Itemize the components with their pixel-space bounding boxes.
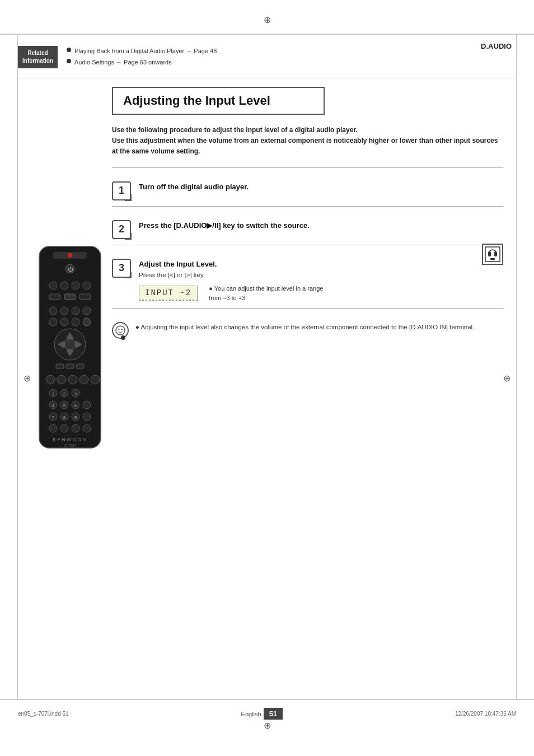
svg-point-28	[64, 339, 76, 350]
note-text: ● Adjusting the input level also changes…	[135, 322, 474, 332]
svg-text:6: 6	[74, 403, 77, 408]
svg-point-20	[60, 318, 68, 326]
svg-point-46	[83, 401, 91, 409]
svg-text:9: 9	[74, 415, 77, 420]
svg-text:⏻: ⏻	[68, 267, 73, 272]
svg-point-2	[121, 329, 122, 330]
svg-rect-29	[56, 364, 64, 368]
svg-rect-66	[490, 258, 495, 260]
page-border-right	[516, 34, 517, 700]
step-2-number-wrap: 2	[112, 220, 131, 239]
step-3-title: Adjust the Input Level.	[139, 259, 323, 270]
svg-text:8: 8	[63, 415, 66, 420]
step-1-container: 1 Turn off the digital audio player.	[112, 176, 503, 207]
related-info-box: Related Information	[18, 46, 58, 68]
svg-point-11	[83, 282, 91, 290]
footer-page-number: 51	[264, 708, 283, 720]
step-1-title: Turn off the digital audio player.	[139, 181, 249, 193]
svg-text:7: 7	[52, 415, 55, 420]
svg-point-35	[79, 375, 88, 384]
step-2-container: 2 Press the [D.AUDIO▶/II] key to switch …	[112, 214, 503, 245]
footer-area: en05_c-707i.indd 51 English 51 12/26/200…	[18, 708, 516, 720]
related-label-line1: Related	[27, 50, 48, 56]
step-1-badge: 1	[112, 181, 131, 200]
step-2-number: 2	[119, 223, 124, 235]
step-3-number-wrap: 3	[112, 259, 131, 278]
svg-rect-13	[64, 294, 76, 300]
svg-point-34	[68, 375, 77, 384]
crosshair-bottom-icon: ⊕	[261, 720, 273, 731]
page-border-bottom	[0, 699, 534, 700]
lcd-note-line1: ● You can adjust the input level in a ra…	[209, 284, 323, 293]
svg-text:C-707i: C-707i	[64, 444, 76, 447]
svg-point-60	[83, 424, 91, 432]
page-title: Adjusting the Input Level	[123, 94, 313, 108]
svg-point-10	[72, 282, 79, 290]
lcd-note-line2: from –3 to +3.	[209, 293, 323, 303]
related-link-item: Playing Back from a Digital Audio Player…	[67, 46, 217, 57]
svg-point-16	[60, 307, 68, 315]
footer-filename: en05_c-707i.indd 51	[18, 711, 69, 717]
input-display-area: INPUT -2 ● You can adjust the input leve…	[139, 284, 323, 302]
svg-point-0	[116, 326, 125, 335]
title-box: Adjusting the Input Level	[112, 87, 325, 115]
step-2-badge: 2	[112, 220, 131, 239]
intro-line2: Use this adjustment when the volume from…	[112, 136, 503, 157]
svg-point-21	[72, 318, 79, 326]
step-3-container: 3 Adjust the Input Level. Press the [<] …	[112, 253, 503, 309]
svg-text:KENWOOD: KENWOOD	[53, 437, 87, 442]
svg-rect-31	[76, 364, 84, 368]
svg-rect-64	[488, 251, 491, 256]
lcd-note: ● You can adjust the input level in a ra…	[209, 284, 323, 302]
svg-text:2: 2	[63, 391, 66, 396]
note-icon	[112, 322, 129, 339]
related-link-item: Audio Settings → Page 63 onwards	[67, 57, 217, 68]
related-label-line2: Information	[22, 58, 53, 64]
svg-text:5: 5	[63, 403, 66, 408]
svg-point-58	[60, 424, 68, 432]
headphone-icon-area	[482, 244, 503, 265]
remote-control-svg: ⏻	[31, 241, 109, 454]
step-1-content: Turn off the digital audio player.	[139, 181, 249, 193]
note-box: ● Adjusting the input level also changes…	[112, 316, 503, 344]
footer-page: English 51	[241, 708, 283, 720]
intro-text: Use the following procedure to adjust th…	[112, 125, 503, 157]
svg-point-36	[91, 375, 100, 384]
svg-point-1	[118, 329, 119, 330]
note-face-icon	[115, 325, 125, 335]
bullet-icon	[67, 48, 71, 52]
page-border-left	[17, 34, 18, 700]
svg-rect-30	[66, 364, 74, 368]
step-3-number: 3	[119, 262, 124, 274]
crosshair-right-icon: ⊕	[503, 373, 510, 384]
step-3-subtext: Press the [<] or [>] key.	[139, 272, 323, 278]
step-1-number-wrap: 1	[112, 181, 131, 200]
intro-line1: Use the following procedure to adjust th…	[112, 125, 503, 136]
header-area: Related Information Playing Back from a …	[18, 36, 516, 78]
svg-point-22	[83, 318, 91, 326]
crosshair-top-icon: ⊕	[261, 14, 273, 25]
svg-point-57	[49, 424, 57, 432]
svg-point-32	[46, 375, 55, 384]
svg-point-53	[83, 413, 91, 421]
related-link-1-text: Playing Back from a Digital Audio Player…	[74, 46, 217, 57]
crosshair-left-icon: ⊕	[24, 373, 31, 384]
svg-point-18	[83, 307, 91, 315]
related-link-2-text: Audio Settings → Page 63 onwards	[74, 57, 172, 68]
bullet-icon	[67, 59, 71, 63]
step-3-badge: 3	[112, 259, 131, 278]
svg-point-15	[49, 307, 57, 315]
page-border-top	[0, 34, 534, 35]
svg-text:4: 4	[52, 403, 55, 408]
related-links-list: Playing Back from a Digital Audio Player…	[67, 46, 217, 68]
svg-rect-65	[494, 251, 497, 256]
svg-text:3: 3	[74, 391, 77, 396]
svg-point-17	[72, 307, 79, 315]
step-1-number: 1	[119, 185, 124, 197]
svg-point-59	[72, 424, 79, 432]
lcd-display: INPUT -2	[139, 286, 198, 301]
divider-1	[112, 167, 503, 168]
headphone-icon	[484, 246, 501, 263]
main-content: Adjusting the Input Level Use the follow…	[112, 87, 503, 694]
footer-datetime: 12/26/2007 10:47:36 AM	[455, 711, 516, 717]
